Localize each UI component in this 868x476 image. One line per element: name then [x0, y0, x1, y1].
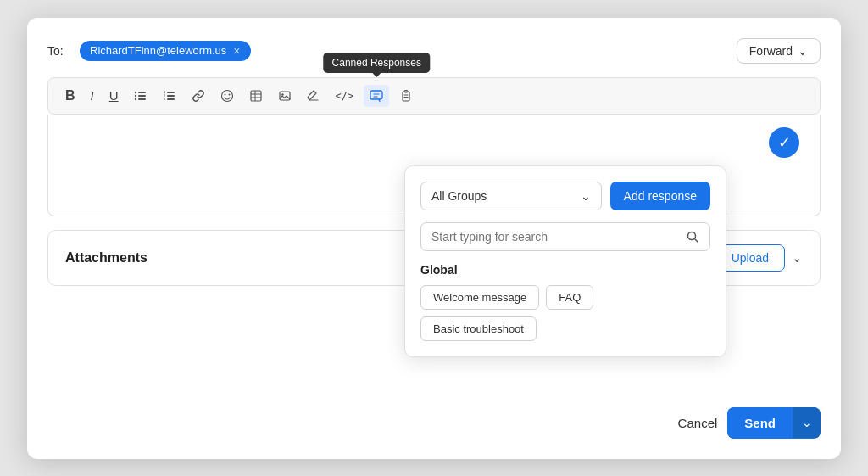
- svg-text:3: 3: [164, 97, 166, 101]
- svg-line-21: [312, 95, 314, 98]
- canned-responses-popup: All Groups ⌄ Add response Global Welcome…: [404, 165, 726, 357]
- email-address: RichardTFinn@teleworm.us: [90, 44, 226, 57]
- image-button[interactable]: [273, 86, 297, 106]
- to-label: To:: [47, 44, 71, 58]
- link-button[interactable]: [186, 86, 210, 106]
- formatting-toolbar: B I U 123 </> Canned Responses: [47, 77, 821, 115]
- send-button-group: Send ⌄: [727, 407, 821, 439]
- check-circle-button[interactable]: ✓: [769, 127, 799, 158]
- chevron-down-icon: ⌄: [798, 44, 808, 58]
- canned-tags-list: Welcome message FAQ Basic troubleshoot: [420, 285, 710, 341]
- bold-button[interactable]: B: [60, 85, 81, 107]
- editor-area[interactable]: All Groups ⌄ Add response Global Welcome…: [47, 115, 821, 216]
- clipboard-button[interactable]: [394, 86, 418, 106]
- send-chevron-icon[interactable]: ⌄: [793, 407, 821, 438]
- canned-tag-label: Basic troubleshoot: [433, 322, 524, 335]
- canned-top-row: All Groups ⌄ Add response: [420, 182, 710, 210]
- email-tag: RichardTFinn@teleworm.us ×: [80, 41, 251, 61]
- eraser-button[interactable]: [302, 86, 326, 106]
- svg-point-5: [134, 98, 136, 99]
- search-button[interactable]: [686, 230, 699, 244]
- bottom-actions: Cancel Send ⌄: [678, 407, 821, 439]
- send-button[interactable]: Send: [727, 407, 793, 439]
- search-row: [420, 222, 710, 251]
- svg-rect-0: [138, 92, 146, 93]
- forward-button[interactable]: Forward ⌄: [737, 38, 821, 64]
- underline-button[interactable]: U: [104, 85, 124, 106]
- canned-responses-button[interactable]: [364, 85, 389, 107]
- chevron-down-icon: ⌄: [581, 189, 591, 203]
- attachments-chevron-icon[interactable]: ⌄: [792, 250, 803, 266]
- canned-search-input[interactable]: [431, 230, 679, 244]
- canned-tag-welcome[interactable]: Welcome message: [420, 285, 539, 310]
- list-unordered-button[interactable]: [129, 86, 153, 106]
- svg-rect-23: [370, 91, 382, 99]
- svg-rect-2: [138, 98, 146, 100]
- svg-rect-15: [251, 91, 261, 101]
- canned-tag-label: FAQ: [559, 291, 581, 304]
- close-icon[interactable]: ×: [233, 44, 240, 58]
- italic-button[interactable]: I: [86, 85, 99, 106]
- canned-tag-troubleshoot[interactable]: Basic troubleshoot: [420, 316, 537, 341]
- svg-rect-1: [138, 95, 146, 97]
- table-button[interactable]: [244, 86, 268, 106]
- emoji-button[interactable]: [215, 86, 239, 106]
- svg-point-20: [281, 93, 283, 95]
- svg-rect-6: [167, 92, 175, 93]
- cancel-button[interactable]: Cancel: [678, 416, 718, 430]
- code-button[interactable]: </>: [331, 87, 359, 105]
- add-response-button[interactable]: Add response: [610, 182, 710, 210]
- svg-point-4: [134, 94, 136, 96]
- svg-point-3: [134, 91, 136, 92]
- svg-point-14: [228, 93, 230, 95]
- canned-tag-label: Welcome message: [433, 291, 526, 304]
- svg-rect-7: [167, 95, 175, 97]
- svg-rect-24: [403, 92, 409, 101]
- forward-label: Forward: [749, 44, 793, 58]
- canned-tag-faq[interactable]: FAQ: [546, 285, 593, 310]
- global-section-label: Global: [420, 263, 710, 277]
- group-select[interactable]: All Groups ⌄: [420, 182, 602, 210]
- canned-responses-anchor: Canned Responses: [364, 85, 389, 107]
- svg-rect-19: [280, 92, 290, 100]
- group-select-label: All Groups: [431, 189, 487, 203]
- svg-point-13: [224, 93, 225, 95]
- svg-line-29: [695, 238, 698, 242]
- to-row: To: RichardTFinn@teleworm.us × Forward ⌄: [47, 38, 821, 64]
- compose-modal: To: RichardTFinn@teleworm.us × Forward ⌄…: [27, 18, 841, 459]
- svg-rect-8: [167, 98, 175, 100]
- list-ordered-button[interactable]: 123: [158, 86, 181, 106]
